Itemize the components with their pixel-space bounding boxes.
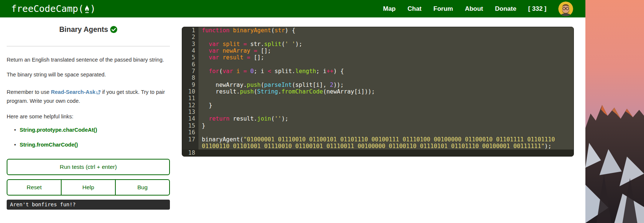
description-line-2: The binary string will be space separate… [7, 70, 170, 79]
code-line: 18 [182, 150, 574, 156]
line-number: 9 [182, 82, 198, 88]
code-text [198, 129, 574, 136]
check-circle-icon [110, 26, 117, 35]
code-text: var result = []; [198, 54, 574, 61]
external-link-icon [96, 88, 101, 97]
code-line: 7 for(var i = 0; i < split.length; i++) … [182, 68, 574, 75]
reset-button[interactable]: Reset [7, 179, 62, 196]
secondary-button-group: ResetHelpBug [7, 179, 170, 196]
challenge-panel: Binary Agents Return an English translat… [7, 17, 170, 223]
code-line: 01100110 01101001 01110010 01100101 0111… [182, 143, 574, 150]
line-number: 14 [182, 115, 198, 122]
helpful-link-row: •String.prototype.charCodeAt() [14, 127, 97, 133]
code-line: 13 [182, 109, 574, 115]
helpful-link[interactable]: String.fromCharCode() [20, 142, 78, 148]
nav-link-forum[interactable]: Forum [433, 5, 453, 13]
logo-text: freeCodeCamp [11, 3, 78, 14]
nav-link-chat[interactable]: Chat [407, 5, 421, 13]
code-line: 3 var split = str.split(' '); [182, 41, 574, 47]
hint-paragraph: Remember to use Read-Search-Ask if you g… [7, 88, 170, 105]
code-line: 14 return result.join(''); [182, 115, 574, 122]
nav-link-map[interactable]: Map [383, 5, 395, 13]
line-number: 8 [182, 75, 198, 81]
code-line: 15} [182, 122, 574, 129]
line-number: 7 [182, 68, 198, 75]
code-line: 2 [182, 34, 574, 40]
line-number: 17 [182, 136, 198, 143]
code-text [198, 95, 574, 102]
navbar: freeCodeCamp() MapChatForumAboutDonate [… [0, 0, 585, 17]
page: freeCodeCamp() MapChatForumAboutDonate [… [0, 0, 585, 223]
code-text: newArray.push(parseInt(split[i], 2)); [198, 82, 574, 88]
bug-button[interactable]: Bug [115, 179, 170, 196]
code-text: return result.join(''); [198, 115, 574, 122]
avatar-image [558, 1, 573, 16]
code-line: 12 } [182, 102, 574, 109]
code-text [198, 34, 574, 40]
description-line-1: Return an English translated sentence of… [7, 56, 170, 64]
code-line: 10 result.push(String.fromCharCode(newAr… [182, 88, 574, 95]
line-number: 3 [182, 41, 198, 47]
nav-link-donate[interactable]: Donate [495, 5, 516, 13]
code-editor[interactable]: 1function binaryAgent(str) {23 var split… [182, 27, 574, 157]
code-text: } [198, 102, 574, 109]
line-number: 13 [182, 109, 198, 115]
line-number: 10 [182, 88, 198, 95]
code-text: function binaryAgent(str) { [198, 27, 574, 34]
points-badge[interactable]: [ 332 ] [528, 5, 546, 13]
code-text: binaryAgent("01000001 01110010 01100101 … [198, 136, 574, 143]
code-line: 8 [182, 75, 574, 81]
run-tests-button[interactable]: Run tests (ctrl + enter) [7, 159, 170, 175]
line-number: 2 [182, 34, 198, 40]
line-number: 1 [182, 27, 198, 34]
desktop-wallpaper [585, 0, 644, 223]
freecodecamp-logo[interactable]: freeCodeCamp() [11, 3, 96, 14]
code-line: 5 var result = []; [182, 54, 574, 61]
help-button[interactable]: Help [61, 179, 116, 196]
code-text: } [198, 122, 574, 129]
code-line: 11 [182, 95, 574, 102]
code-line: 4 var newArray = []; [182, 47, 574, 54]
code-text [198, 109, 574, 115]
divider [7, 46, 170, 46]
code-text: var split = str.split(' '); [198, 41, 574, 47]
bullet-icon: • [14, 127, 16, 133]
flame-icon [84, 4, 90, 13]
nav-links-slot: MapChatForumAboutDonate [383, 5, 516, 13]
line-number [182, 143, 198, 150]
line-number: 4 [182, 47, 198, 54]
line-number: 12 [182, 102, 198, 109]
code-text: var newArray = []; [198, 47, 574, 54]
test-output: Aren't bonfires fun!? [7, 200, 170, 210]
code-text [198, 61, 574, 68]
code-line: 17binaryAgent("01000001 01110010 0110010… [182, 136, 574, 143]
navbar-links: MapChatForumAboutDonate [ 332 ] [383, 1, 573, 16]
code-line: 16 [182, 129, 574, 136]
code-text [198, 75, 574, 81]
code-line: 6 [182, 61, 574, 68]
page-title: Binary Agents [7, 25, 170, 35]
code-text: for(var i = 0; i < split.length; i++) { [198, 68, 574, 75]
code-text: 01100110 01101001 01110010 01100101 0111… [198, 143, 574, 150]
line-number: 5 [182, 54, 198, 61]
line-number: 11 [182, 95, 198, 102]
nav-link-about[interactable]: About [465, 5, 483, 13]
line-number: 6 [182, 61, 198, 68]
code-text: result.push(String.fromCharCode(newArray… [198, 88, 574, 95]
line-number: 18 [182, 150, 198, 156]
bullet-icon: • [14, 142, 16, 148]
code-line: 9 newArray.push(parseInt(split[i], 2)); [182, 82, 574, 88]
line-number: 16 [182, 129, 198, 136]
helpful-link[interactable]: String.prototype.charCodeAt() [20, 127, 97, 133]
avatar[interactable] [558, 1, 573, 16]
code-text [198, 150, 574, 156]
line-number: 15 [182, 122, 198, 129]
code-line: 1function binaryAgent(str) { [182, 27, 574, 34]
read-search-ask-link[interactable]: Read-Search-Ask [51, 89, 95, 95]
helpful-link-row: •String.fromCharCode() [14, 142, 78, 148]
helpful-links-heading: Here are some helpful links: [7, 112, 170, 121]
